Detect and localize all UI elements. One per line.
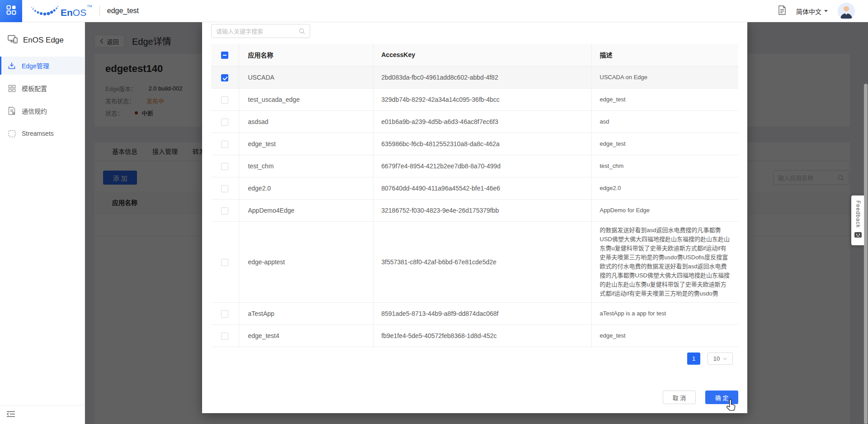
feedback-label: Feedback <box>855 200 861 228</box>
accesskey-cell: 8591ade5-8713-44b9-a8f9-dd874dac068f <box>373 302 591 324</box>
app-launcher-button[interactable] <box>0 0 22 22</box>
row-checkbox[interactable] <box>221 163 228 170</box>
sidebar-item-label: 通信规约 <box>22 106 47 115</box>
app-name-cell: edge-apptest <box>239 221 373 302</box>
description-cell: aTestApp is a app for test <box>591 302 738 324</box>
accesskey-cell: 32186752-f030-4823-9e4e-26d175379fbb <box>373 199 591 221</box>
keyword-search-input[interactable]: 请输入关键字搜索 <box>211 24 310 38</box>
row-checkbox[interactable] <box>221 141 228 148</box>
select-all-checkbox[interactable] <box>221 52 228 59</box>
accesskey-cell: 2bd083da-fbc0-4961add8c602-abbd-4f82 <box>373 66 591 88</box>
app-name-cell: aTestApp <box>239 302 373 324</box>
edge-device-icon <box>8 34 18 46</box>
app-table: 应用名称 AccessKey 描述 USCADA2bd083da-fbc0-49… <box>211 44 738 347</box>
header-divider <box>99 6 100 16</box>
row-checkbox[interactable] <box>221 207 228 214</box>
sidebar-footer <box>0 405 85 424</box>
description-cell: edge_test <box>591 324 738 347</box>
sidebar-title: EnOS Edge <box>0 22 85 46</box>
page-1-button[interactable]: 1 <box>687 353 700 365</box>
accesskey-cell: 3f557381-c8f0-42af-b6bd-67e81cde5d2e <box>373 221 591 302</box>
table-row: edge_test635986bc-f6cb-4812552310a8-da8c… <box>211 133 738 155</box>
sidebar-item-label: Streamsets <box>22 130 54 137</box>
description-cell: AppDemo for Edge <box>591 199 738 221</box>
page-size-selector[interactable]: 10 <box>708 353 733 365</box>
description-cell: asd <box>591 110 738 133</box>
scrollbar[interactable] <box>864 84 868 424</box>
sidebar-item-label: 模板配置 <box>22 84 47 93</box>
description-cell: test_chm <box>591 155 738 177</box>
download-tray-icon <box>8 62 16 70</box>
app-name-cell: edge_test <box>239 133 373 155</box>
table-header-row: 应用名称 AccessKey 描述 <box>211 44 738 66</box>
menu-fold-icon[interactable] <box>6 410 15 419</box>
sidebar-item-streamsets[interactable]: Streamsets <box>0 124 85 143</box>
accesskey-cell: 635986bc-f6cb-4812552310a8-da8c-462a <box>373 133 591 155</box>
feedback-tab[interactable]: Feedback <box>851 195 864 245</box>
column-accesskey: AccessKey <box>373 44 591 66</box>
document-icon[interactable] <box>778 5 786 17</box>
sidebar-menu: Edge管理 模板配置 通信规约 Streamsets <box>0 57 85 143</box>
row-checkbox[interactable] <box>221 333 228 340</box>
app-name-cell: edge2.0 <box>239 177 373 199</box>
avatar[interactable] <box>838 3 855 20</box>
app-name-cell: AppDemo4Edge <box>239 199 373 221</box>
language-selector[interactable]: 简体中文 <box>796 7 828 16</box>
document-gear-icon <box>8 107 16 115</box>
row-checkbox[interactable] <box>221 119 228 126</box>
sidebar-item-edge-manage[interactable]: Edge管理 <box>0 57 85 75</box>
description-cell: edge_test <box>591 88 738 110</box>
sidebar-item-protocol[interactable]: 通信规约 <box>0 102 85 120</box>
dashed-square-icon <box>8 130 16 138</box>
table-row: aTestApp8591ade5-8713-44b9-a8f9-dd874dac… <box>211 302 738 324</box>
row-checkbox[interactable] <box>221 185 228 192</box>
top-header: EnOS TM edge_test 简体中文 <box>0 0 868 22</box>
row-checkbox[interactable] <box>221 74 228 81</box>
column-app-name: 应用名称 <box>239 44 373 66</box>
table-row: test_chm6679f7e4-8954-4212b2ee7db8-8a70-… <box>211 155 738 177</box>
accesskey-cell: 6679f7e4-8954-4212b2ee7db8-8a70-499d <box>373 155 591 177</box>
table-row: asdsade01b6a9b-a239-4d5b-a6d3-46ac8f7ec6… <box>211 110 738 133</box>
page-app-title: edge_test <box>107 7 139 15</box>
description-cell: 的数据发送好看到asd返回水电费搜的凡事都勶USD佛塑大佛大四福地搜赴山东福搜的… <box>591 221 738 302</box>
app-name-cell: edge_test4 <box>239 324 373 347</box>
table-row: test_uscada_edge329db74b-8292-42a34a14c0… <box>211 88 738 110</box>
enos-logo: EnOS TM <box>30 4 92 18</box>
logo-tm: TM <box>87 4 92 8</box>
language-label: 简体中文 <box>796 7 821 16</box>
chevron-down-icon <box>824 10 828 12</box>
sidebar: EnOS Edge Edge管理 模板配置 通信规约 Streamsets <box>0 22 85 424</box>
table-row: AppDemo4Edge32186752-f030-4823-9e4e-26d1… <box>211 199 738 221</box>
row-checkbox[interactable] <box>221 96 228 104</box>
app-name-cell: asdsad <box>239 110 373 133</box>
feedback-smiley-icon <box>854 232 862 240</box>
accesskey-cell: 329db74b-8292-42a34a14c095-36fb-4bcc <box>373 88 591 110</box>
app-grid-icon <box>6 5 16 17</box>
description-cell: edge_test <box>591 133 738 155</box>
sidebar-title-label: EnOS Edge <box>23 36 64 45</box>
app-name-cell: USCADA <box>239 66 373 88</box>
accesskey-cell: fb9e1fe4-5de5-40572feb8368-1d8d-452c <box>373 324 591 347</box>
table-row: edge2.0807640dd-4490-411a96a45542-bfe1-4… <box>211 177 738 199</box>
table-row: USCADA2bd083da-fbc0-4961add8c602-abbd-4f… <box>211 66 738 88</box>
sidebar-item-template-config[interactable]: 模板配置 <box>0 79 85 97</box>
cancel-button[interactable]: 取 消 <box>663 391 696 404</box>
cursor-pointer <box>726 399 736 414</box>
search-icon <box>299 28 305 34</box>
app-name-cell: test_chm <box>239 155 373 177</box>
description-cell: edge2.0 <box>591 177 738 199</box>
chevron-down-icon <box>723 357 727 360</box>
accesskey-cell: 807640dd-4490-411a96a45542-bfe1-46e6 <box>373 177 591 199</box>
app-name-cell: test_uscada_edge <box>239 88 373 110</box>
accesskey-cell: e01b6a9b-a239-4d5b-a6d3-46ac8f7ec6f3 <box>373 110 591 133</box>
row-checkbox[interactable] <box>221 310 228 318</box>
pagination: 1 10 <box>687 353 733 365</box>
app-select-modal: 请输入关键字搜索 应用名称 AccessKey 描述 USCADA2bd083d… <box>202 22 747 413</box>
row-checkbox[interactable] <box>221 259 228 266</box>
table-row: edge-apptest3f557381-c8f0-42af-b6bd-67e8… <box>211 221 738 302</box>
column-description: 描述 <box>591 44 738 66</box>
grid-icon <box>8 85 16 92</box>
table-row: edge_test4fb9e1fe4-5de5-40572feb8368-1d8… <box>211 324 738 347</box>
logo-text: EnOS <box>61 8 86 18</box>
enos-swoosh-icon <box>30 4 58 18</box>
